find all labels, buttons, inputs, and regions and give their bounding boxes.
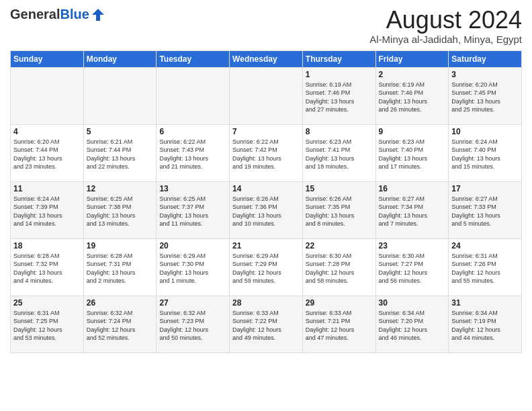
- day-info: Sunrise: 6:29 AM Sunset: 7:30 PM Dayligh…: [159, 252, 226, 285]
- table-row: 28Sunrise: 6:33 AM Sunset: 7:22 PM Dayli…: [230, 295, 303, 353]
- day-number: 12: [87, 184, 154, 193]
- day-info: Sunrise: 6:33 AM Sunset: 7:21 PM Dayligh…: [306, 309, 373, 342]
- table-row: 12Sunrise: 6:25 AM Sunset: 7:38 PM Dayli…: [83, 181, 157, 238]
- day-info: Sunrise: 6:24 AM Sunset: 7:39 PM Dayligh…: [13, 195, 81, 228]
- col-friday: Friday: [375, 50, 449, 67]
- table-row: 16Sunrise: 6:27 AM Sunset: 7:34 PM Dayli…: [375, 181, 449, 238]
- col-tuesday: Tuesday: [157, 50, 230, 67]
- table-row: 15Sunrise: 6:26 AM Sunset: 7:35 PM Dayli…: [302, 181, 375, 238]
- day-info: Sunrise: 6:32 AM Sunset: 7:24 PM Dayligh…: [87, 309, 154, 342]
- table-row: 3Sunrise: 6:20 AM Sunset: 7:45 PM Daylig…: [449, 67, 522, 124]
- day-number: 30: [379, 298, 446, 308]
- col-monday: Monday: [83, 50, 157, 67]
- day-number: 27: [159, 298, 226, 308]
- table-row: 26Sunrise: 6:32 AM Sunset: 7:24 PM Dayli…: [83, 295, 157, 353]
- day-number: 23: [379, 241, 446, 250]
- day-number: 10: [451, 127, 519, 136]
- table-row: 30Sunrise: 6:34 AM Sunset: 7:20 PM Dayli…: [375, 295, 449, 353]
- table-row: 4Sunrise: 6:20 AM Sunset: 7:44 PM Daylig…: [11, 124, 84, 181]
- table-row: 22Sunrise: 6:30 AM Sunset: 7:28 PM Dayli…: [302, 238, 375, 295]
- day-info: Sunrise: 6:20 AM Sunset: 7:44 PM Dayligh…: [13, 138, 81, 171]
- day-number: 26: [87, 298, 154, 308]
- day-number: 6: [159, 127, 226, 136]
- day-info: Sunrise: 6:28 AM Sunset: 7:32 PM Dayligh…: [13, 252, 81, 285]
- day-number: 17: [451, 184, 519, 193]
- calendar-header: Sunday Monday Tuesday Wednesday Thursday…: [11, 50, 522, 67]
- table-row: 31Sunrise: 6:34 AM Sunset: 7:19 PM Dayli…: [449, 295, 522, 353]
- day-info: Sunrise: 6:27 AM Sunset: 7:33 PM Dayligh…: [451, 195, 519, 228]
- calendar-body: 1Sunrise: 6:19 AM Sunset: 7:46 PM Daylig…: [11, 67, 522, 353]
- table-row: 25Sunrise: 6:31 AM Sunset: 7:25 PM Dayli…: [11, 295, 84, 353]
- day-number: 28: [232, 298, 300, 308]
- table-row: 27Sunrise: 6:32 AM Sunset: 7:23 PM Dayli…: [157, 295, 230, 353]
- table-row: 14Sunrise: 6:26 AM Sunset: 7:36 PM Dayli…: [230, 181, 303, 238]
- logo-general: General: [10, 7, 60, 22]
- table-row: 8Sunrise: 6:23 AM Sunset: 7:41 PM Daylig…: [302, 124, 375, 181]
- table-row: 9Sunrise: 6:23 AM Sunset: 7:40 PM Daylig…: [375, 124, 449, 181]
- table-row: 18Sunrise: 6:28 AM Sunset: 7:32 PM Dayli…: [11, 238, 84, 295]
- table-row: [157, 67, 230, 124]
- table-row: 11Sunrise: 6:24 AM Sunset: 7:39 PM Dayli…: [11, 181, 84, 238]
- day-number: 15: [306, 184, 373, 193]
- calendar-table: Sunday Monday Tuesday Wednesday Thursday…: [10, 50, 522, 353]
- table-row: 5Sunrise: 6:21 AM Sunset: 7:44 PM Daylig…: [83, 124, 157, 181]
- col-saturday: Saturday: [449, 50, 522, 67]
- day-number: 14: [232, 184, 300, 193]
- day-number: 5: [87, 127, 154, 136]
- table-row: 10Sunrise: 6:24 AM Sunset: 7:40 PM Dayli…: [449, 124, 522, 181]
- day-info: Sunrise: 6:26 AM Sunset: 7:36 PM Dayligh…: [232, 195, 300, 228]
- location: Al-Minya al-Jadidah, Minya, Egypt: [369, 34, 522, 45]
- day-number: 25: [13, 298, 81, 308]
- day-info: Sunrise: 6:23 AM Sunset: 7:41 PM Dayligh…: [306, 138, 373, 171]
- day-number: 29: [306, 298, 373, 308]
- day-number: 19: [87, 241, 154, 250]
- day-info: Sunrise: 6:30 AM Sunset: 7:28 PM Dayligh…: [306, 252, 373, 285]
- title-block: August 2024 Al-Minya al-Jadidah, Minya, …: [369, 7, 522, 45]
- day-number: 2: [379, 70, 446, 79]
- table-row: 17Sunrise: 6:27 AM Sunset: 7:33 PM Dayli…: [449, 181, 522, 238]
- table-row: 19Sunrise: 6:28 AM Sunset: 7:31 PM Dayli…: [83, 238, 157, 295]
- day-number: 24: [451, 241, 519, 250]
- day-info: Sunrise: 6:30 AM Sunset: 7:27 PM Dayligh…: [379, 252, 446, 285]
- day-number: 4: [13, 127, 81, 136]
- day-info: Sunrise: 6:21 AM Sunset: 7:44 PM Dayligh…: [87, 138, 154, 171]
- day-number: 31: [451, 298, 519, 308]
- table-row: [11, 67, 84, 124]
- day-info: Sunrise: 6:20 AM Sunset: 7:45 PM Dayligh…: [451, 81, 519, 114]
- svg-marker-0: [92, 9, 104, 21]
- day-info: Sunrise: 6:26 AM Sunset: 7:35 PM Dayligh…: [306, 195, 373, 228]
- table-row: 7Sunrise: 6:22 AM Sunset: 7:42 PM Daylig…: [230, 124, 303, 181]
- day-info: Sunrise: 6:25 AM Sunset: 7:38 PM Dayligh…: [87, 195, 154, 228]
- day-info: Sunrise: 6:19 AM Sunset: 7:46 PM Dayligh…: [379, 81, 446, 114]
- col-wednesday: Wednesday: [230, 50, 303, 67]
- table-row: [83, 67, 157, 124]
- header: General Blue August 2024 Al-Minya al-Jad…: [10, 7, 522, 45]
- calendar-week-row: 25Sunrise: 6:31 AM Sunset: 7:25 PM Dayli…: [11, 295, 522, 353]
- day-info: Sunrise: 6:28 AM Sunset: 7:31 PM Dayligh…: [87, 252, 154, 285]
- col-sunday: Sunday: [11, 50, 84, 67]
- table-row: 29Sunrise: 6:33 AM Sunset: 7:21 PM Dayli…: [302, 295, 375, 353]
- table-row: 24Sunrise: 6:31 AM Sunset: 7:26 PM Dayli…: [449, 238, 522, 295]
- table-row: [230, 67, 303, 124]
- day-number: 11: [13, 184, 81, 193]
- day-info: Sunrise: 6:31 AM Sunset: 7:25 PM Dayligh…: [13, 309, 81, 342]
- day-info: Sunrise: 6:33 AM Sunset: 7:22 PM Dayligh…: [232, 309, 300, 342]
- day-info: Sunrise: 6:27 AM Sunset: 7:34 PM Dayligh…: [379, 195, 446, 228]
- day-number: 9: [379, 127, 446, 136]
- table-row: 13Sunrise: 6:25 AM Sunset: 7:37 PM Dayli…: [157, 181, 230, 238]
- day-number: 20: [159, 241, 226, 250]
- logo-blue: Blue: [60, 7, 89, 22]
- day-number: 18: [13, 241, 81, 250]
- logo: General Blue: [10, 7, 105, 22]
- table-row: 2Sunrise: 6:19 AM Sunset: 7:46 PM Daylig…: [375, 67, 449, 124]
- header-row: Sunday Monday Tuesday Wednesday Thursday…: [11, 50, 522, 67]
- day-info: Sunrise: 6:23 AM Sunset: 7:40 PM Dayligh…: [379, 138, 446, 171]
- day-info: Sunrise: 6:34 AM Sunset: 7:19 PM Dayligh…: [451, 309, 519, 342]
- table-row: 1Sunrise: 6:19 AM Sunset: 7:46 PM Daylig…: [302, 67, 375, 124]
- day-info: Sunrise: 6:25 AM Sunset: 7:37 PM Dayligh…: [159, 195, 226, 228]
- col-thursday: Thursday: [302, 50, 375, 67]
- table-row: 21Sunrise: 6:29 AM Sunset: 7:29 PM Dayli…: [230, 238, 303, 295]
- logo-icon: [91, 7, 105, 22]
- day-number: 7: [232, 127, 300, 136]
- day-info: Sunrise: 6:32 AM Sunset: 7:23 PM Dayligh…: [159, 309, 226, 342]
